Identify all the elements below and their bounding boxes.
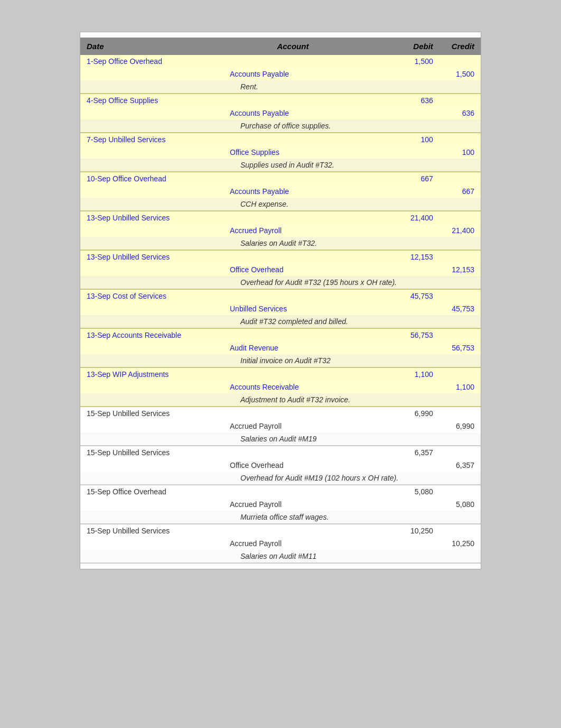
table-row: Murrieta office staff wages.	[80, 511, 481, 523]
table-row: 15-Sep Unbilled Services 6,357	[80, 446, 481, 459]
date-header: Date	[80, 38, 188, 55]
debit-empty	[398, 498, 440, 511]
account-cell	[188, 485, 398, 498]
memo-cell: Initial invoice on Audit #T32	[188, 354, 481, 367]
table-row: Accounts Receivable 1,100	[80, 381, 481, 393]
credit-empty	[440, 446, 481, 459]
account-cell	[188, 251, 398, 263]
date-empty	[80, 224, 188, 237]
debit-value: 636	[398, 94, 440, 107]
date-empty	[80, 498, 188, 511]
credit-value: 667	[440, 185, 481, 198]
date-empty	[80, 342, 188, 354]
date-empty	[80, 459, 188, 472]
credit-value: 21,400	[440, 224, 481, 237]
date-cell: 10-Sep Office Overhead	[80, 172, 188, 185]
table-row: Overhead for Audit #M19 (102 hours x OH …	[80, 472, 481, 484]
credit-account-cell: Unbilled Services	[188, 302, 398, 315]
memo-date-empty	[80, 80, 188, 93]
account-cell	[188, 290, 398, 302]
credit-empty	[440, 55, 481, 68]
table-row: Accrued Payroll 6,990	[80, 420, 481, 432]
debit-value: 12,153	[398, 251, 440, 263]
memo-cell: Adjustment to Audit #T32 invoice.	[188, 393, 481, 406]
memo-cell: Overhead for Audit #T32 (195 hours x OH …	[188, 276, 481, 289]
memo-date-empty	[80, 393, 188, 406]
table-row: 15-Sep Unbilled Services 6,990	[80, 407, 481, 420]
debit-empty	[398, 302, 440, 315]
memo-cell: Supplies used in Audit #T32.	[188, 159, 481, 171]
account-cell	[188, 55, 398, 68]
credit-value: 5,080	[440, 498, 481, 511]
credit-empty	[440, 485, 481, 498]
credit-account-cell: Accrued Payroll	[188, 420, 398, 432]
credit-account-cell: Accounts Receivable	[188, 381, 398, 393]
date-cell: 13-Sep Cost of Services	[80, 290, 188, 302]
credit-account-cell: Accrued Payroll	[188, 224, 398, 237]
debit-empty	[398, 420, 440, 432]
credit-account-cell: Accounts Payable	[188, 68, 398, 80]
memo-cell: Salaries on Audit #M19	[188, 432, 481, 445]
date-cell: 13-Sep Accounts Receivable	[80, 329, 188, 342]
date-empty	[80, 185, 188, 198]
memo-date-empty	[80, 550, 188, 563]
memo-cell: Rent.	[188, 80, 481, 93]
table-row: Salaries on Audit #T32.	[80, 237, 481, 250]
debit-header: Debit	[398, 38, 440, 55]
table-row: Initial invoice on Audit #T32	[80, 354, 481, 367]
account-cell	[188, 407, 398, 420]
table-row: Office Overhead 6,357	[80, 459, 481, 472]
table-row: Supplies used in Audit #T32.	[80, 159, 481, 171]
debit-value: 56,753	[398, 329, 440, 342]
date-empty	[80, 381, 188, 393]
memo-cell: CCH expense.	[188, 198, 481, 210]
credit-empty	[440, 133, 481, 146]
credit-empty	[440, 94, 481, 107]
debit-value: 6,357	[398, 446, 440, 459]
account-cell	[188, 446, 398, 459]
date-cell: 7-Sep Unbilled Services	[80, 133, 188, 146]
date-cell: 15-Sep Unbilled Services	[80, 524, 188, 537]
debit-value: 45,753	[398, 290, 440, 302]
table-row: Accrued Payroll 21,400	[80, 224, 481, 237]
credit-account-cell: Office Supplies	[188, 146, 398, 159]
table-row: 10-Sep Office Overhead 667	[80, 172, 481, 185]
account-cell	[188, 368, 398, 381]
memo-cell: Salaries on Audit #T32.	[188, 237, 481, 250]
separator-row	[80, 563, 481, 564]
memo-date-empty	[80, 315, 188, 328]
table-row: Adjustment to Audit #T32 invoice.	[80, 393, 481, 406]
date-cell: 15-Sep Unbilled Services	[80, 446, 188, 459]
credit-value: 636	[440, 107, 481, 119]
date-cell: 13-Sep Unbilled Services	[80, 251, 188, 263]
table-row: Overhead for Audit #T32 (195 hours x OH …	[80, 276, 481, 289]
table-row: 13-Sep Unbilled Services 12,153	[80, 251, 481, 263]
debit-value: 5,080	[398, 485, 440, 498]
credit-header: Credit	[440, 38, 481, 55]
memo-date-empty	[80, 198, 188, 210]
credit-account-cell: Accounts Payable	[188, 107, 398, 119]
table-row: 1-Sep Office Overhead 1,500	[80, 55, 481, 68]
table-row: 13-Sep Accounts Receivable 56,753	[80, 329, 481, 342]
credit-value: 12,153	[440, 263, 481, 276]
table-row: 15-Sep Unbilled Services 10,250	[80, 524, 481, 537]
date-cell: 13-Sep Unbilled Services	[80, 211, 188, 224]
account-header: Account	[188, 38, 398, 55]
debit-empty	[398, 342, 440, 354]
account-cell	[188, 524, 398, 537]
debit-empty	[398, 381, 440, 393]
credit-empty	[440, 290, 481, 302]
debit-value: 1,500	[398, 55, 440, 68]
date-cell: 15-Sep Office Overhead	[80, 485, 188, 498]
account-cell	[188, 172, 398, 185]
date-cell: 1-Sep Office Overhead	[80, 55, 188, 68]
credit-empty	[440, 329, 481, 342]
table-row: Unbilled Services 45,753	[80, 302, 481, 315]
credit-value: 6,357	[440, 459, 481, 472]
journal-container: Date Account Debit Credit 1-Sep Office O…	[80, 32, 481, 569]
table-row: Accounts Payable 667	[80, 185, 481, 198]
credit-empty	[440, 172, 481, 185]
date-empty	[80, 537, 188, 550]
memo-date-empty	[80, 511, 188, 523]
debit-empty	[398, 185, 440, 198]
